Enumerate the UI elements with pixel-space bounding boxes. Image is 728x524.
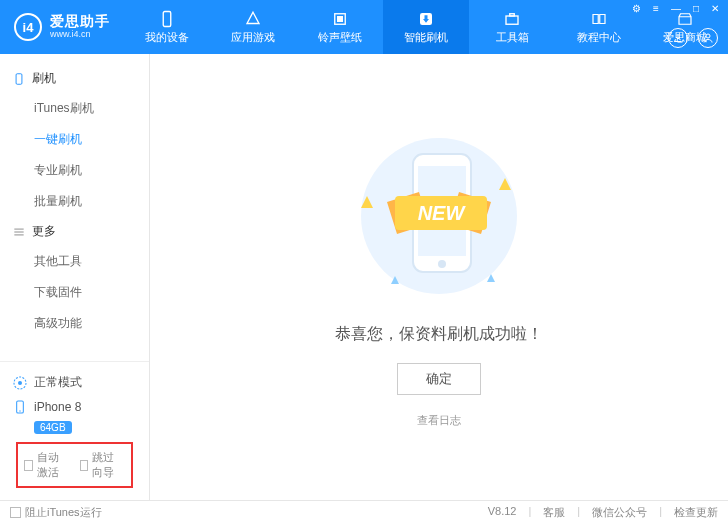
sidebar-item-pro-flash[interactable]: 专业刷机 [0, 155, 149, 186]
footer-left: 阻止iTunes运行 [10, 505, 102, 520]
mode-label: 正常模式 [34, 374, 82, 391]
version-label: V8.12 [488, 505, 517, 520]
main-content: NEW 恭喜您，保资料刷机成功啦！ 确定 查看日志 [150, 54, 728, 500]
svg-point-6 [706, 34, 710, 38]
app-header: i4 爱思助手 www.i4.cn 我的设备 应用游戏 铃声壁纸 智能刷机 工具… [0, 0, 728, 54]
mode-icon [12, 375, 28, 391]
footer-link-wechat[interactable]: 微信公众号 [592, 505, 647, 520]
sidebar-status: 正常模式 iPhone 8 64GB 自动激活 跳过向导 [0, 361, 149, 500]
device-icon [158, 10, 176, 28]
sidebar-item-download-firmware[interactable]: 下载固件 [0, 277, 149, 308]
separator: | [528, 505, 531, 520]
svg-rect-0 [163, 11, 171, 26]
nav-label: 工具箱 [496, 30, 529, 45]
skip-wizard-checkbox[interactable]: 跳过向导 [80, 450, 126, 480]
sidebar-item-advanced[interactable]: 高级功能 [0, 308, 149, 339]
nav-toolbox[interactable]: 工具箱 [469, 0, 555, 54]
svg-rect-7 [16, 73, 22, 84]
svg-rect-2 [337, 16, 343, 22]
device-storage-badge: 64GB [34, 421, 72, 434]
nav-my-device[interactable]: 我的设备 [124, 0, 210, 54]
nav-apps[interactable]: 应用游戏 [210, 0, 296, 54]
success-message: 恭喜您，保资料刷机成功啦！ [335, 324, 543, 345]
footer: 阻止iTunes运行 V8.12 | 客服 | 微信公众号 | 检查更新 [0, 500, 728, 524]
success-hero-icon: NEW [329, 126, 549, 306]
sidebar-item-itunes-flash[interactable]: iTunes刷机 [0, 93, 149, 124]
window-controls: ⚙ ≡ — □ ✕ [629, 2, 722, 15]
logo: i4 爱思助手 www.i4.cn [0, 13, 124, 41]
block-itunes-checkbox[interactable]: 阻止iTunes运行 [10, 505, 102, 520]
device-name: iPhone 8 [34, 400, 81, 414]
user-button[interactable] [698, 28, 718, 48]
toolbox-icon [503, 10, 521, 28]
sidebar-group-more: 更多 [0, 217, 149, 246]
app-url: www.i4.cn [50, 30, 110, 40]
ringtone-icon [331, 10, 349, 28]
footer-right: V8.12 | 客服 | 微信公众号 | 检查更新 [488, 505, 718, 520]
view-log-link[interactable]: 查看日志 [417, 413, 461, 428]
nav-label: 智能刷机 [404, 30, 448, 45]
nav-label: 我的设备 [145, 30, 189, 45]
svg-rect-5 [510, 13, 515, 15]
sidebar-group-flash: 刷机 [0, 64, 149, 93]
nav-flash[interactable]: 智能刷机 [383, 0, 469, 54]
flash-icon [417, 10, 435, 28]
logo-badge-icon: i4 [14, 13, 42, 41]
nav-label: 应用游戏 [231, 30, 275, 45]
apps-icon [244, 10, 262, 28]
nav-label: 教程中心 [577, 30, 621, 45]
separator: | [659, 505, 662, 520]
checkbox-icon [10, 507, 21, 518]
maximize-icon[interactable]: □ [690, 2, 702, 15]
sidebar: 刷机 iTunes刷机 一键刷机 专业刷机 批量刷机 更多 其他工具 下载固件 … [0, 54, 150, 500]
minimize-icon[interactable]: — [668, 2, 684, 15]
mode-row[interactable]: 正常模式 [12, 370, 137, 395]
footer-link-update[interactable]: 检查更新 [674, 505, 718, 520]
svg-rect-4 [506, 16, 518, 24]
user-icon [702, 32, 714, 44]
sidebar-item-other-tools[interactable]: 其他工具 [0, 246, 149, 277]
separator: | [577, 505, 580, 520]
svg-point-19 [438, 260, 446, 268]
sidebar-item-batch-flash[interactable]: 批量刷机 [0, 186, 149, 217]
nav-label: 铃声壁纸 [318, 30, 362, 45]
device-row[interactable]: iPhone 8 [12, 395, 137, 419]
nav-ringtone[interactable]: 铃声壁纸 [297, 0, 383, 54]
new-badge-text: NEW [418, 202, 467, 224]
sidebar-item-oneclick-flash[interactable]: 一键刷机 [0, 124, 149, 155]
auto-activate-checkbox[interactable]: 自动激活 [24, 450, 70, 480]
device-icon [12, 399, 28, 415]
checkbox-label: 阻止iTunes运行 [25, 505, 102, 520]
app-title: 爱思助手 [50, 14, 110, 29]
checkbox-label: 跳过向导 [92, 450, 125, 480]
close-icon[interactable]: ✕ [708, 2, 722, 15]
options-box: 自动激活 跳过向导 [16, 442, 133, 488]
settings-icon[interactable]: ⚙ [629, 2, 644, 15]
tutorial-icon [590, 10, 608, 28]
confirm-button[interactable]: 确定 [397, 363, 481, 395]
phone-icon [12, 72, 26, 86]
checkbox-label: 自动激活 [37, 450, 70, 480]
checkbox-icon [80, 460, 89, 471]
download-button[interactable] [668, 28, 688, 48]
header-actions [668, 28, 718, 48]
footer-link-support[interactable]: 客服 [543, 505, 565, 520]
checkbox-icon [24, 460, 33, 471]
download-icon [672, 32, 684, 44]
svg-point-11 [19, 410, 20, 411]
more-icon [12, 225, 26, 239]
svg-point-9 [18, 381, 22, 385]
body: 刷机 iTunes刷机 一键刷机 专业刷机 批量刷机 更多 其他工具 下载固件 … [0, 54, 728, 500]
sidebar-group-title: 更多 [32, 223, 56, 240]
sidebar-group-title: 刷机 [32, 70, 56, 87]
menu-icon[interactable]: ≡ [650, 2, 662, 15]
